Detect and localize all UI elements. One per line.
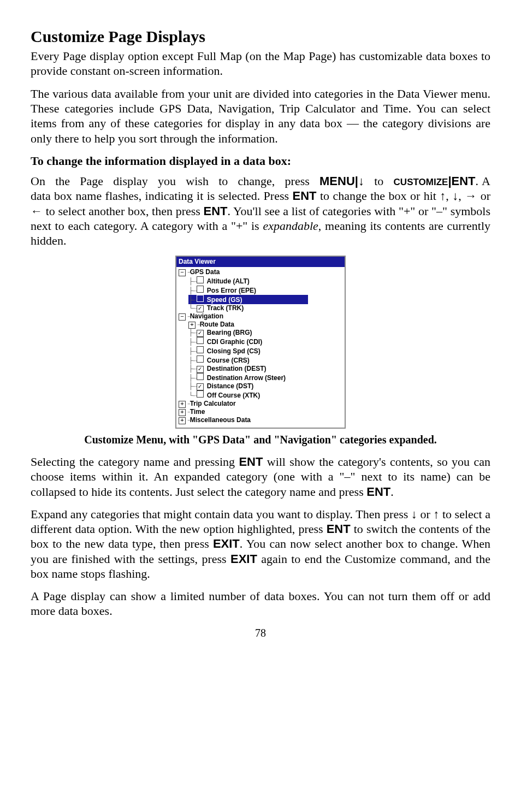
expand-icon: + <box>179 409 186 416</box>
paragraph: The various data available from your uni… <box>31 86 490 146</box>
tree-item-altitude: ├··· Altitude (ALT) <box>177 276 344 286</box>
tree-item-gps: −··GPS Data <box>177 268 344 276</box>
checkbox-checked-icon: ✓ <box>197 330 204 337</box>
tree-label: Distance (DST) <box>207 382 253 390</box>
expand-icon: + <box>179 417 186 424</box>
checkbox-checked-icon: ✓ <box>197 305 204 312</box>
checkbox-checked-icon: ✓ <box>197 383 204 390</box>
key-ent: ENT <box>327 522 351 536</box>
checkbox-icon <box>197 355 204 363</box>
key-ent: ENT <box>204 204 228 218</box>
checkbox-icon <box>197 346 204 353</box>
window-title: Data Viewer <box>176 257 345 267</box>
key-menu: MENU <box>319 174 355 188</box>
tree-label: Pos Error (EPE) <box>207 287 256 294</box>
expand-icon: + <box>179 401 186 408</box>
tree-label: Trip Calculator <box>190 400 236 407</box>
collapse-icon: − <box>179 269 186 276</box>
paragraph: Expand any categories that might contain… <box>31 507 490 581</box>
tree-label: Bearing (BRG) <box>207 329 252 336</box>
checkbox-icon <box>197 337 204 344</box>
tree-item-track: └···✓ Track (TRK) <box>177 304 344 312</box>
tree-label: Altitude (ALT) <box>206 277 249 285</box>
tree-item-cdi: ├··· CDI Graphic (CDI) <box>177 337 344 346</box>
tree-item-route-data: +··Route Data <box>177 321 344 329</box>
tree-item-pos-error: ├··· Pos Error (EPE) <box>177 286 344 295</box>
tree-label: GPS Data <box>190 268 220 276</box>
tree-label: Speed (GS) <box>207 296 242 304</box>
down-arrow-icon: ↓ <box>358 174 364 188</box>
tree-label: Navigation <box>190 312 223 320</box>
figure: Data Viewer −··GPS Data ├··· Altitude (A… <box>31 256 490 429</box>
tree-item-bearing: ├···✓ Bearing (BRG) <box>177 329 344 337</box>
page-number: 78 <box>31 626 490 640</box>
tree-label: Time <box>190 408 205 416</box>
tree-item-course: ├··· Course (CRS) <box>177 355 344 365</box>
text: . <box>390 485 394 499</box>
subheading: To change the information displayed in a… <box>31 153 490 168</box>
tree-item-dest-arrow: ├··· Destination Arrow (Steer) <box>177 373 344 382</box>
emphasis: expandable <box>263 219 318 233</box>
collapse-icon: − <box>179 313 186 321</box>
expand-icon: + <box>188 322 196 329</box>
key-ent: ENT <box>292 189 316 203</box>
tree-item-speed: ├··· Speed (GS) <box>177 295 344 304</box>
checkbox-icon <box>197 390 204 398</box>
tree-label: Course (CRS) <box>207 357 250 364</box>
checkbox-icon <box>197 286 204 293</box>
paragraph: A Page display can show a limited number… <box>31 589 490 619</box>
tree-item-trip-calculator: +··Trip Calculator <box>177 400 344 408</box>
key-ent: ENT <box>366 485 390 499</box>
key-ent: ENT <box>239 455 263 469</box>
paragraph: Selecting the category name and pressing… <box>31 454 490 499</box>
tree-label: Off Course (XTK) <box>207 392 260 399</box>
data-viewer-window: Data Viewer −··GPS Data ├··· Altitude (A… <box>175 256 346 429</box>
tree-item-distance: ├···✓ Distance (DST) <box>177 382 344 390</box>
tree-item-misc: +··Miscellaneous Data <box>177 416 344 424</box>
key-ent: ENT <box>452 174 476 188</box>
tree-item-closing-speed: ├··· Closing Spd (CS) <box>177 346 344 355</box>
tree-item-destination: ├···✓ Destination (DEST) <box>177 365 344 373</box>
tree-item-off-course: └··· Off Course (XTK) <box>177 390 344 400</box>
tree-label: Destination (DEST) <box>207 365 267 372</box>
key-exit: EXIT <box>230 552 257 566</box>
checkbox-icon <box>197 276 204 283</box>
tree-label: Route Data <box>200 321 234 328</box>
tree-label: Miscellaneous Data <box>190 416 251 424</box>
tree-item-time: +··Time <box>177 408 344 416</box>
tree-item-navigation: −··Navigation <box>177 312 344 321</box>
tree-label: Destination Arrow (Steer) <box>207 374 286 382</box>
paragraph: On the Page display you wish to change, … <box>31 174 490 248</box>
text: Selecting the category name and pressing <box>31 455 239 469</box>
tree-label: Track (TRK) <box>207 304 244 312</box>
figure-caption: Customize Menu, with "GPS Data" and "Nav… <box>31 433 490 447</box>
text: to <box>364 174 394 188</box>
tree-label: CDI Graphic (CDI) <box>207 338 262 346</box>
checkbox-icon <box>197 295 204 302</box>
key-exit: EXIT <box>213 537 240 550</box>
checkbox-checked-icon: ✓ <box>197 366 204 373</box>
tree-label: Closing Spd (CS) <box>207 347 260 355</box>
checkbox-icon <box>197 373 204 380</box>
tree-view: −··GPS Data ├··· Altitude (ALT) ├··· Pos… <box>176 267 345 428</box>
text: On the Page display you wish to change, … <box>31 174 319 188</box>
page-title: Customize Page Displays <box>31 26 490 46</box>
paragraph: Every Page display option except Full Ma… <box>31 49 490 79</box>
key-customize: CUSTOMIZE <box>394 177 448 187</box>
